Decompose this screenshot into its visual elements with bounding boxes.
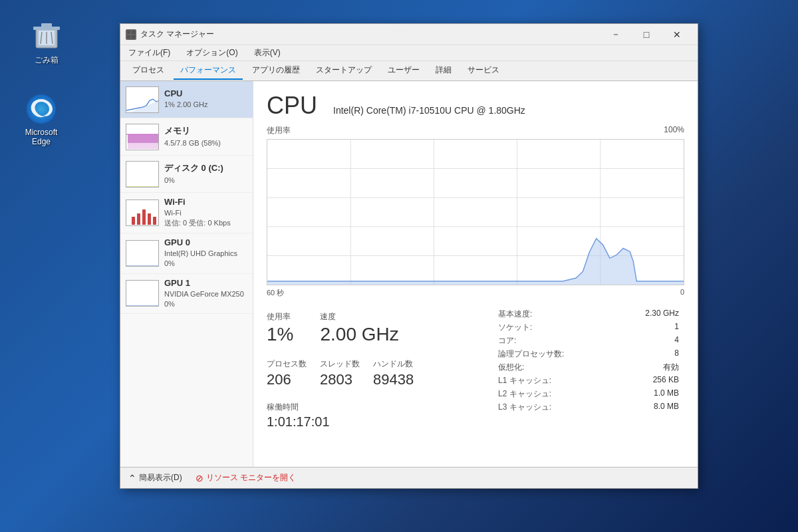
menu-bar: ファイル(F) オプション(O) 表示(V) — [120, 45, 698, 61]
cpu-sidebar-detail: 1% 2.00 GHz — [164, 100, 247, 110]
cpu-chart — [267, 139, 684, 285]
tab-app-history[interactable]: アプリの履歴 — [245, 62, 307, 80]
cpu-model: Intel(R) Core(TM) i7-10510U CPU @ 1.80GH… — [333, 105, 525, 116]
spec-val-1: 1 — [674, 322, 679, 333]
spec-val-0: 2.30 GHz — [645, 309, 679, 320]
tab-process[interactable]: プロセス — [126, 62, 171, 80]
title-bar: タスク マネージャー － □ ✕ — [120, 24, 698, 45]
maximize-button[interactable]: □ — [631, 24, 662, 45]
processes-value: 206 — [267, 371, 307, 388]
disk-sidebar-name: ディスク 0 (C:) — [164, 162, 247, 174]
svg-rect-22 — [142, 209, 146, 225]
simple-view-button[interactable]: ⌃ 簡易表示(D) — [128, 472, 182, 483]
wifi-sidebar-detail1: Wi-Fi — [164, 208, 247, 218]
svg-rect-17 — [126, 162, 159, 188]
handles-label: ハンドル数 — [373, 358, 414, 370]
sidebar: CPU 1% 2.00 GHz メモリ 4.5/7.8 GB (58%) — [120, 81, 253, 467]
window-icon — [126, 29, 136, 40]
menu-file[interactable]: ファイル(F) — [126, 46, 173, 60]
menu-options[interactable]: オプション(O) — [184, 46, 240, 60]
processes-label: プロセス数 — [267, 358, 307, 370]
edge-icon-desktop[interactable]: Microsoft Edge — [15, 93, 68, 146]
sidebar-item-cpu[interactable]: CPU 1% 2.00 GHz — [120, 81, 253, 118]
tab-users[interactable]: ユーザー — [381, 62, 426, 80]
recycle-bin-icon[interactable]: ごみ箱 — [20, 20, 73, 66]
sidebar-item-gpu1[interactable]: GPU 1 NVIDIA GeForce MX250 0% — [120, 274, 253, 315]
spec-row-1: ソケット: 1 — [498, 322, 684, 333]
usage-stat-label: 使用率 — [267, 311, 293, 323]
cpu-info: CPU 1% 2.00 GHz — [164, 88, 247, 110]
spec-val-2: 4 — [674, 335, 679, 346]
spec-val-5: 256 KB — [653, 375, 679, 386]
specs-right: 基本速度: 2.30 GHz ソケット: 1 コア: 4 論理プロセッサ数: 8 — [498, 309, 684, 432]
window-title: タスク マネージャー — [140, 29, 600, 40]
spec-val-6: 1.0 MB — [654, 388, 679, 400]
spec-key-5: L1 キャッシュ: — [498, 375, 551, 386]
svg-rect-11 — [132, 35, 135, 39]
menu-view[interactable]: 表示(V) — [251, 46, 283, 60]
spec-row-3: 論理プロセッサ数: 8 — [498, 348, 684, 360]
svg-rect-9 — [132, 31, 135, 34]
usage-stat-value: 1% — [267, 324, 293, 345]
uptime-label: 稼働時間 — [267, 402, 498, 413]
handles-value: 89438 — [373, 371, 414, 388]
svg-rect-25 — [126, 241, 159, 267]
window-controls: － □ ✕ — [600, 24, 692, 45]
memory-sidebar-detail: 4.5/7.8 GB (58%) — [164, 138, 247, 148]
stat-processes: プロセス数 206 — [267, 356, 307, 391]
tab-bar: プロセス パフォーマンス アプリの履歴 スタートアップ ユーザー 詳細 サービス — [120, 61, 698, 81]
gpu0-sidebar-detail1: Intel(R) UHD Graphics — [164, 249, 247, 259]
spec-row-6: L2 キャッシュ: 1.0 MB — [498, 388, 684, 400]
wifi-info: Wi-Fi Wi-Fi 送信: 0 受信: 0 Kbps — [164, 197, 247, 229]
minimize-button[interactable]: － — [600, 24, 631, 45]
svg-rect-3 — [41, 23, 52, 27]
resource-monitor-button[interactable]: ⊘ リソース モニターを開く — [196, 472, 296, 483]
stat-handles: ハンドル数 89438 — [373, 356, 414, 391]
specs-section: 使用率 1% 速度 2.00 GHz プロセス数 206 — [267, 309, 684, 432]
wifi-sidebar-detail2: 送信: 0 受信: 0 Kbps — [164, 218, 247, 228]
spec-key-7: L3 キャッシュ: — [498, 402, 551, 413]
chart-time-labels: 60 秒 0 — [267, 288, 684, 298]
gpu1-info: GPU 1 NVIDIA GeForce MX250 0% — [164, 278, 247, 310]
chevron-up-icon: ⌃ — [128, 473, 136, 483]
main-content: CPU 1% 2.00 GHz メモリ 4.5/7.8 GB (58%) — [120, 81, 698, 467]
recycle-bin-image — [31, 20, 63, 52]
tab-startup[interactable]: スタートアップ — [309, 62, 378, 80]
cpu-detail-title: CPU — [267, 92, 317, 120]
svg-rect-8 — [127, 31, 130, 34]
spec-key-0: 基本速度: — [498, 309, 532, 320]
svg-rect-15 — [128, 134, 158, 143]
usage-pct-label: 100% — [664, 125, 684, 138]
usage-header: 使用率 100% — [267, 125, 684, 138]
memory-thumb — [126, 124, 159, 150]
spec-row-5: L1 キャッシュ: 256 KB — [498, 375, 684, 386]
tab-details[interactable]: 詳細 — [429, 62, 458, 80]
resource-label: リソース モニターを開く — [206, 472, 296, 483]
edge-label: Microsoft Edge — [15, 128, 68, 146]
threads-label: スレッド数 — [320, 358, 360, 370]
spec-key-6: L2 キャッシュ: — [498, 388, 551, 400]
spec-val-3: 8 — [674, 348, 679, 360]
usage-label: 使用率 — [267, 125, 291, 136]
spec-val-4: 有効 — [663, 362, 679, 373]
sidebar-item-gpu0[interactable]: GPU 0 Intel(R) UHD Graphics 0% — [120, 233, 253, 274]
sidebar-item-disk[interactable]: ディスク 0 (C:) 0% — [120, 156, 253, 193]
recycle-bin-label: ごみ箱 — [35, 55, 59, 66]
spec-row-4: 仮想化: 有効 — [498, 362, 684, 373]
gpu1-sidebar-name: GPU 1 — [164, 278, 247, 288]
spec-row-7: L3 キャッシュ: 8.0 MB — [498, 402, 684, 413]
time-left-label: 60 秒 — [267, 288, 284, 298]
gpu1-sidebar-detail2: 0% — [164, 299, 247, 309]
sidebar-item-wifi[interactable]: Wi-Fi Wi-Fi 送信: 0 受信: 0 Kbps — [120, 193, 253, 233]
tab-services[interactable]: サービス — [461, 62, 506, 80]
cpu-header: CPU Intel(R) Core(TM) i7-10510U CPU @ 1.… — [267, 92, 684, 120]
gpu0-sidebar-name: GPU 0 — [164, 237, 247, 247]
tab-performance[interactable]: パフォーマンス — [174, 62, 243, 80]
sidebar-item-memory[interactable]: メモリ 4.5/7.8 GB (58%) — [120, 118, 253, 156]
close-button[interactable]: ✕ — [662, 24, 692, 45]
svg-rect-24 — [153, 217, 156, 225]
svg-rect-10 — [127, 35, 130, 39]
cpu-thumb — [126, 86, 159, 113]
cpu-sidebar-name: CPU — [164, 88, 247, 98]
disk-thumb — [126, 161, 159, 188]
